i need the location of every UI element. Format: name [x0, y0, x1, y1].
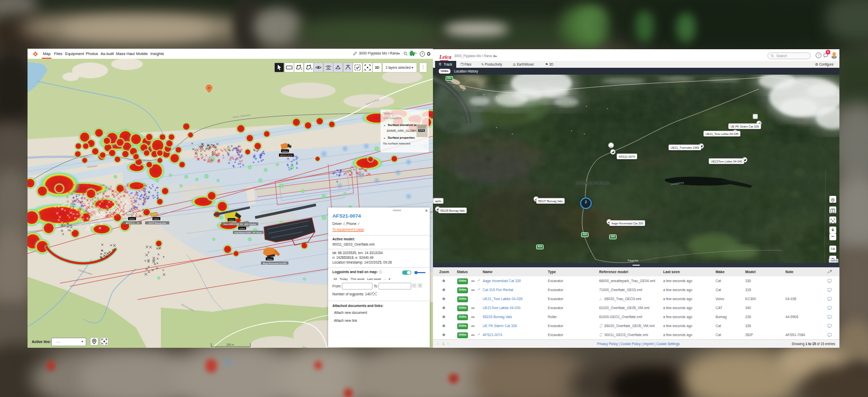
svg-text:AFS21-0... -Ø: AFS21-0... -Ø — [126, 222, 139, 224]
svg-text:Leica: Leica — [282, 150, 288, 152]
svg-text:Aage Hoverstad Cat 330: Aage Hoverstad Cat 330 — [263, 262, 287, 265]
svg-text:Leica: Leica — [153, 218, 159, 220]
svg-text:3: 3 — [311, 67, 312, 70]
svg-text:Leica: Leica — [129, 218, 135, 220]
svg-text:AFS21-0074: AFS21-0074 — [281, 154, 293, 157]
svg-text:Volvo EWR150E VM - ARK Maskin: Volvo EWR150E VM - ARK Maskin — [223, 223, 256, 225]
svg-text:55227 Bomag Vals: 55227 Bomag Vals — [148, 222, 166, 224]
svg-text:↻: ↻ — [415, 52, 417, 55]
svg-text:200 m: 200 m — [227, 343, 234, 346]
svg-text:Leica: Leica — [229, 219, 234, 221]
svg-text:Leica: Leica — [239, 227, 245, 230]
svg-text:2: 2 — [301, 67, 303, 70]
svg-text:Vålo Hømini H26i - PK Strøm: Vålo Hømini H26i - PK Strøm — [234, 231, 263, 234]
svg-text:Leica: Leica — [267, 258, 273, 260]
